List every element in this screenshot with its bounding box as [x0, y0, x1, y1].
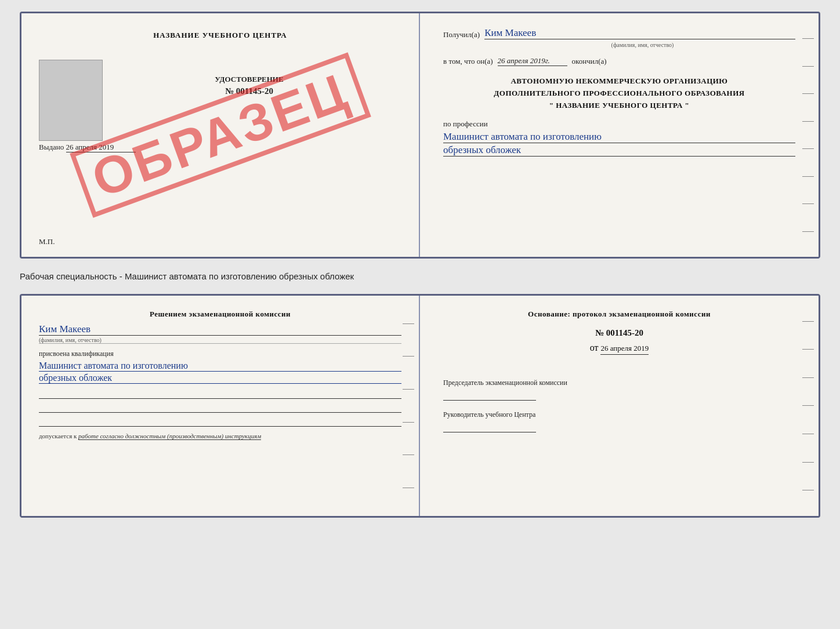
recipient-name: Ким Макеев	[484, 27, 795, 39]
side-line-c5	[802, 434, 814, 434]
qualification-line1: Машинист автомата по изготовлению	[39, 361, 401, 372]
chairman-label: Председатель экзаменационной комиссии	[443, 378, 795, 388]
side-line-1	[802, 38, 814, 39]
doc2-right: Основание: протокол экзаменационной коми…	[420, 296, 819, 516]
cert-label: УДОСТОВЕРЕНИЕ	[97, 75, 401, 84]
recipient-line: Получил(а) Ким Макеев	[443, 27, 795, 39]
side-line-5	[802, 148, 814, 149]
document-top: НАЗВАНИЕ УЧЕБНОГО ЦЕНТРА ОБРАЗЕЦ УДОСТОВ…	[20, 12, 820, 259]
school-name-top: НАЗВАНИЕ УЧЕБНОГО ЦЕНТРА	[39, 31, 401, 40]
side-line-7	[802, 203, 814, 204]
side-line-b4	[403, 422, 414, 423]
допускается-prefix: допускается к	[39, 432, 77, 439]
profession-prefix: по профессии	[443, 119, 795, 129]
recipient-label: Получил(а)	[443, 30, 480, 39]
photo-placeholder	[39, 60, 103, 141]
qualification-line2: обрезных обложек	[39, 373, 401, 384]
osnование-title: Основание: протокол экзаменационной коми…	[443, 310, 795, 319]
right-side-lines	[802, 13, 814, 257]
director-signature-line	[443, 422, 536, 432]
side-line-c2	[802, 349, 814, 350]
director-label: Руководитель учебного Центра	[443, 410, 795, 420]
допускается-text: допускается к работе согласно должностны…	[39, 432, 401, 439]
mp-label: М.П.	[39, 237, 55, 246]
small-hint: (фамилия, имя, отчество)	[39, 337, 401, 344]
date-prefix: в том, что он(а)	[443, 57, 493, 66]
document-bottom: Решением экзаменационной комиссии Ким Ма…	[20, 294, 820, 518]
org-line1: АВТОНОМНУЮ НЕКОММЕРЧЕСКУЮ ОРГАНИЗАЦИЮ	[443, 75, 795, 88]
profession-line1: Машинист автомата по изготовлению	[443, 131, 795, 143]
side-line-4	[802, 121, 814, 122]
org-name: " НАЗВАНИЕ УЧЕБНОГО ЦЕНТРА "	[443, 100, 795, 112]
right-side-lines-2	[403, 296, 414, 516]
side-line-b3	[403, 389, 414, 390]
fio-hint: (фамилия, имя, отчество)	[490, 42, 795, 48]
commission-name: Ким Макеев	[39, 323, 401, 336]
допускается-italic: работе согласно должностным (производств…	[78, 432, 261, 440]
cert-number-area: УДОСТОВЕРЕНИЕ № 001145-20	[97, 75, 401, 96]
issued-date-value: 26 апреля 2019	[66, 143, 136, 152]
side-line-6	[802, 176, 814, 177]
protocol-date: 26 апреля 2019	[600, 344, 649, 355]
date-value: 26 апреля 2019г.	[498, 56, 567, 66]
issued-label: Выдано	[39, 143, 64, 151]
date-line: в том, что он(а) 26 апреля 2019г. окончи…	[443, 56, 795, 66]
profession-line2: обрезных обложек	[443, 144, 795, 157]
doc1-right: Получил(а) Ким Макеев (фамилия, имя, отч…	[420, 13, 819, 257]
chairman-signature-line	[443, 390, 536, 401]
qualification-label: присвоена квалификация	[39, 350, 401, 358]
commission-title: Решением экзаменационной комиссии	[39, 310, 401, 319]
side-line-b6	[403, 488, 414, 488]
protocol-number: № 001145-20	[443, 328, 795, 338]
side-line-b5	[403, 455, 414, 455]
side-line-c3	[802, 377, 814, 378]
date-от-prefix: от	[590, 343, 599, 352]
doc2-left: Решением экзаменационной комиссии Ким Ма…	[21, 296, 420, 516]
side-line-c1	[802, 321, 814, 322]
caption-line: Рабочая специальность - Машинист автомат…	[20, 268, 820, 285]
date-suffix: окончил(а)	[572, 57, 607, 66]
blank-line-3	[39, 416, 401, 427]
director-block: Руководитель учебного Центра	[443, 410, 795, 432]
cert-number: № 001145-20	[97, 86, 401, 96]
side-line-c7	[802, 490, 814, 490]
side-line-c4	[802, 405, 814, 406]
doc1-left: НАЗВАНИЕ УЧЕБНОГО ЦЕНТРА ОБРАЗЕЦ УДОСТОВ…	[21, 13, 420, 257]
blank-line-1	[39, 388, 401, 399]
side-line-3	[802, 93, 814, 94]
side-line-b1	[403, 323, 414, 324]
side-line-c6	[802, 462, 814, 463]
side-line-8	[802, 231, 814, 232]
issued-date-area: Выдано 26 апреля 2019	[39, 143, 401, 152]
blank-line-2	[39, 402, 401, 413]
side-line-2	[802, 66, 814, 67]
right-side-lines-3	[802, 296, 814, 516]
org-block: АВТОНОМНУЮ НЕКОММЕРЧЕСКУЮ ОРГАНИЗАЦИЮ ДО…	[443, 75, 795, 111]
org-line2: ДОПОЛНИТЕЛЬНОГО ПРОФЕССИОНАЛЬНОГО ОБРАЗО…	[443, 88, 795, 100]
chairman-block: Председатель экзаменационной комиссии	[443, 378, 795, 401]
side-line-b2	[403, 356, 414, 357]
protocol-date-wrapper: от 26 апреля 2019	[443, 343, 795, 366]
